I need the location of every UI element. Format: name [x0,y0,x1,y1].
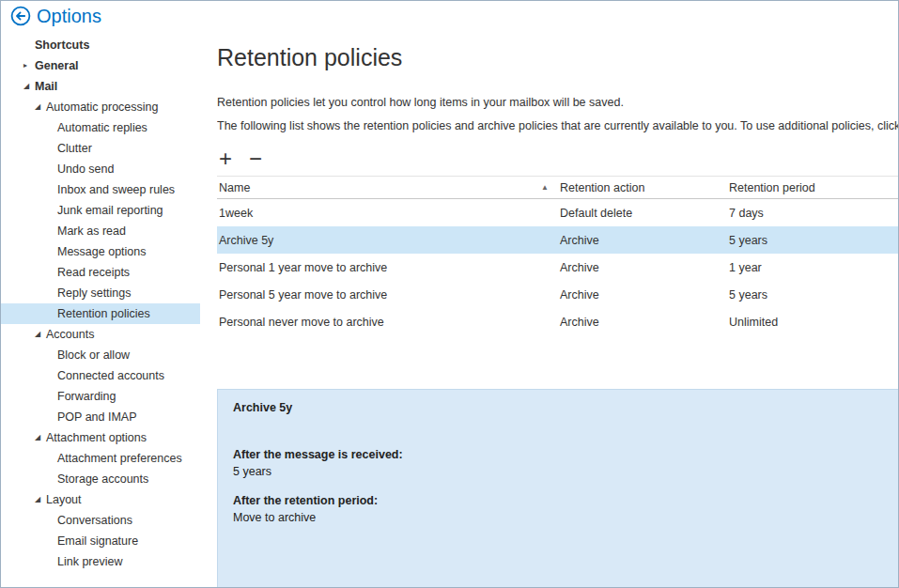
column-header-name-label: Name [219,181,250,194]
collapse-arrow-icon[interactable]: ◢ [23,83,35,90]
table-row-personal-never-move-to-archive[interactable]: Personal never move to archiveArchiveUnl… [217,308,898,335]
sidebar-item-accounts[interactable]: ◢Accounts [1,324,200,345]
sidebar-item-general[interactable]: ▸General [1,55,200,76]
cell-retention-action: Default delete [560,207,729,220]
table-body: 1weekDefault delete7 daysArchive 5yArchi… [217,199,898,335]
sidebar-item-label: Layout [46,493,82,506]
sidebar-item-label: Email signature [57,534,138,548]
sidebar-item-junk-email-reporting[interactable]: Junk email reporting [1,200,200,221]
sidebar-item-label: Mail [35,80,57,93]
sidebar-item-label: Read receipts [57,266,130,279]
cell-name: Archive 5y [217,234,560,247]
sidebar-item-attachment-preferences[interactable]: Attachment preferences [1,448,200,469]
details-policy-title: Archive 5y [233,401,898,414]
sidebar-item-layout[interactable]: ◢Layout [1,489,200,510]
sidebar-item-mark-as-read[interactable]: Mark as read [1,221,200,241]
cell-name: Personal 5 year move to archive [217,288,560,302]
options-window: Options Shortcuts▸General◢Mail◢Automatic… [0,0,899,588]
page-title: Options [37,6,101,27]
sidebar-item-conversations[interactable]: Conversations [1,510,200,531]
main-content: Retention policies Retention policies le… [217,31,898,587]
collapse-arrow-icon[interactable]: ◢ [35,496,46,503]
sidebar-item-pop-and-imap[interactable]: POP and IMAP [1,407,200,427]
policies-table: Name ▲ Retention action Retention period… [217,176,898,335]
column-header-name[interactable]: Name ▲ [217,181,560,194]
sidebar-item-label: Accounts [46,328,94,341]
sidebar-item-label: Junk email reporting [57,204,163,217]
list-description-text: The following list shows the retention p… [217,119,898,132]
intro-text: Retention policies let you control how l… [217,96,898,109]
sidebar-item-forwarding[interactable]: Forwarding [1,386,200,407]
table-row-archive-5y[interactable]: Archive 5yArchive5 years [217,226,898,254]
details-received-value: 5 years [233,465,898,478]
sidebar-item-label: Connected accounts [57,369,164,382]
sidebar-item-label: POP and IMAP [57,410,137,424]
cell-name: Personal 1 year move to archive [217,261,560,274]
sidebar-item-undo-send[interactable]: Undo send [1,159,200,179]
topbar: Options [1,1,898,31]
sidebar-item-label: Reply settings [57,286,132,300]
sidebar-item-label: Forwarding [57,390,116,403]
sidebar-item-label: Block or allow [57,348,130,362]
sidebar-item-label: Inbox and sweep rules [57,183,175,196]
sidebar: Shortcuts▸General◢Mail◢Automatic process… [1,35,200,587]
sidebar-item-automatic-replies[interactable]: Automatic replies [1,117,200,138]
cell-retention-period: Unlimited [729,316,898,329]
sidebar-item-label: Automatic replies [57,121,147,134]
sidebar-item-label: Message options [57,245,147,258]
table-header: Name ▲ Retention action Retention period [217,176,898,199]
sidebar-item-automatic-processing[interactable]: ◢Automatic processing [1,97,200,117]
sidebar-item-link-preview[interactable]: Link preview [1,551,200,572]
sidebar-item-reply-settings[interactable]: Reply settings [1,283,200,303]
sidebar-item-label: Retention policies [57,307,150,320]
table-row-personal-1-year-move-to-archive[interactable]: Personal 1 year move to archiveArchive1 … [217,254,898,281]
details-retention-label: After the retention period: [233,494,898,507]
expand-arrow-icon[interactable]: ▸ [23,62,35,70]
remove-policy-button[interactable]: − [247,147,264,170]
column-header-retention-period[interactable]: Retention period [729,181,898,194]
add-policy-button[interactable]: + [217,147,234,170]
cell-retention-action: Archive [560,234,729,247]
cell-name: Personal never move to archive [217,316,560,329]
sidebar-item-label: Conversations [57,514,132,527]
cell-retention-period: 5 years [729,288,898,302]
back-arrow-icon [10,6,31,26]
collapse-arrow-icon[interactable]: ◢ [35,434,46,441]
sort-ascending-icon: ▲ [541,183,549,192]
sidebar-item-attachment-options[interactable]: ◢Attachment options [1,427,200,448]
cell-retention-action: Archive [560,261,729,274]
section-title: Retention policies [217,44,898,71]
sidebar-item-read-receipts[interactable]: Read receipts [1,262,200,283]
table-row-1week[interactable]: 1weekDefault delete7 days [217,199,898,226]
details-received-label: After the message is received: [233,448,898,461]
sidebar-item-clutter[interactable]: Clutter [1,138,200,159]
column-header-retention-action[interactable]: Retention action [560,181,729,194]
sidebar-item-shortcuts[interactable]: Shortcuts [1,35,200,55]
sidebar-item-label: Attachment preferences [57,452,182,465]
details-retention-value: Move to archive [233,511,898,524]
sidebar-item-label: Link preview [57,555,122,568]
collapse-arrow-icon[interactable]: ◢ [35,103,46,111]
sidebar-item-mail[interactable]: ◢Mail [1,76,200,97]
sidebar-item-block-or-allow[interactable]: Block or allow [1,345,200,365]
sidebar-item-label: Storage accounts [57,472,148,486]
sidebar-item-storage-accounts[interactable]: Storage accounts [1,469,200,489]
policies-toolbar: + − [217,146,898,172]
collapse-arrow-icon[interactable]: ◢ [35,331,46,338]
back-button[interactable] [10,6,31,26]
sidebar-item-connected-accounts[interactable]: Connected accounts [1,365,200,386]
sidebar-item-label: Clutter [57,142,92,155]
sidebar-item-message-options[interactable]: Message options [1,241,200,262]
sidebar-item-label: Shortcuts [35,39,89,52]
cell-retention-action: Archive [560,288,729,302]
cell-retention-action: Archive [560,316,729,329]
sidebar-item-email-signature[interactable]: Email signature [1,531,200,551]
sidebar-item-label: Automatic processing [46,101,159,114]
sidebar-item-label: Attachment options [46,431,147,444]
sidebar-item-retention-policies[interactable]: Retention policies [1,303,200,324]
details-panel: Archive 5y After the message is received… [217,389,898,587]
sidebar-item-label: Undo send [57,162,114,176]
sidebar-item-inbox-and-sweep-rules[interactable]: Inbox and sweep rules [1,179,200,200]
cell-name: 1week [217,207,560,220]
table-row-personal-5-year-move-to-archive[interactable]: Personal 5 year move to archiveArchive5 … [217,281,898,308]
